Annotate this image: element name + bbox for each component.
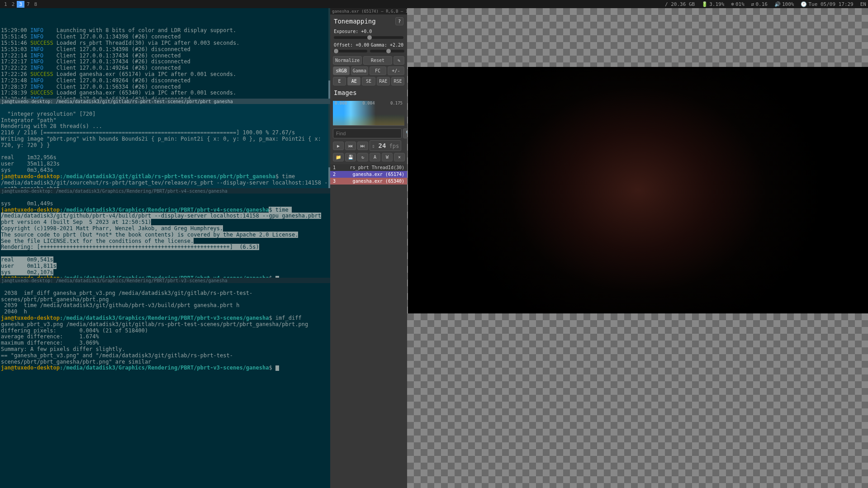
workspace-tabs: 1 2 3 7 8	[2, 1, 39, 8]
eyedropper-button[interactable]: ✎	[394, 56, 404, 65]
disk-status: / 20.36 GB	[665, 1, 695, 7]
e-button[interactable]: E	[333, 77, 346, 85]
exposure-label: Exposure: +0.0	[330, 28, 407, 35]
term3-prompt-path: :/media/datadisk3/Graphics/Rendering/PBR…	[60, 207, 269, 213]
gamma-slider[interactable]	[370, 50, 404, 52]
se-button[interactable]: SE	[362, 77, 375, 85]
term4-prompt-path: :/media/datadisk3/Graphics/Rendering/PBR…	[60, 315, 269, 321]
net-status: ⇄ 0.16	[751, 1, 768, 7]
term2-prompt-user: jan@tuxedo-desktop	[1, 173, 60, 180]
save-button[interactable]: 💾	[345, 153, 356, 161]
fan-status: ❄ 01%	[731, 1, 745, 7]
term4-prompt2-path: :/media/datadisk3/Graphics/Rendering/PBR…	[60, 365, 269, 371]
terminal-pbrt-v4[interactable]: sys 0m1,449s jan@tuxedo-desktop:/media/d…	[0, 194, 330, 278]
term3-prompt2-path: :/media/datadisk3/Graphics/Rendering/PBR…	[60, 275, 269, 278]
folder-button[interactable]: 📁	[333, 153, 344, 161]
image-list: 1 rs_pbrt ThreadId(30) 2 ganesha.exr (65…	[330, 164, 407, 185]
term4-prompt-user: jan@tuxedo-desktop	[1, 315, 60, 321]
top-bar: 1 2 3 7 8 / 20.36 GB 🔋 3.19% ❄ 01% ⇄ 0.1…	[0, 0, 868, 8]
image-item-3[interactable]: 3 ganesha.exr (65340)	[330, 178, 407, 185]
top-bar-status: / 20.36 GB 🔋 3.19% ❄ 01% ⇄ 0.16 🔊 100% 🕐…	[665, 1, 866, 7]
battery-status: 🔋 3.19%	[702, 1, 724, 7]
next-button[interactable]: ⏭	[357, 142, 368, 150]
terminal-rs-pbrt[interactable]: "integer yresolution" [720] Integrator "…	[0, 104, 330, 188]
tonemapping-title: Tonemapping ?	[330, 14, 407, 28]
play-button[interactable]: ▶	[333, 142, 344, 150]
images-title: Images	[330, 86, 407, 99]
terminal-pbrt-v3[interactable]: 2038 imf_diff ganesha_pbrt_v3.png /media…	[0, 283, 330, 488]
fps-display[interactable]: ⇕ 24 fps	[370, 140, 401, 151]
term2-output: "integer yresolution" [720] Integrator "…	[1, 111, 324, 173]
offset-gamma-labels: Offset: +0.00Gamma: +2.20	[330, 42, 407, 48]
image-item-1[interactable]: 1 rs_pbrt ThreadId(30)	[330, 164, 407, 171]
find-input[interactable]	[333, 128, 402, 138]
clock: 🕐 Tue 05/09 17:29	[801, 1, 853, 7]
w-button[interactable]: W	[382, 153, 393, 161]
term4-prompt2-user: jan@tuxedo-desktop	[1, 365, 60, 371]
srgb-button[interactable]: sRGB	[333, 66, 350, 75]
rse-button[interactable]: RSE	[391, 77, 404, 85]
term3-prompt2-user: jan@tuxedo-desktop	[1, 275, 60, 278]
histogram[interactable]: 0.000 0.004 0.175	[333, 101, 404, 126]
exposure-slider[interactable]	[334, 36, 403, 39]
term2-prompt-path: :/media/datadisk3/git/gitlab/rs-pbrt-tes…	[60, 173, 275, 180]
help-button[interactable]: ?	[395, 17, 403, 25]
term3-prompt-user: jan@tuxedo-desktop	[1, 207, 60, 213]
term4-output: differing pixels: 0.004% (21 of 518400) …	[1, 327, 233, 365]
image-viewer[interactable]	[407, 8, 868, 488]
term3-title: jan@tuxedo-desktop: /media/datadisk3/Gra…	[0, 188, 330, 194]
term4-history: 2038 imf_diff ganesha_pbrt_v3.png /media…	[1, 290, 252, 315]
terminal-stack: 15:29:00 INFO Launching with 8 bits of c…	[0, 8, 330, 488]
ws-8[interactable]: 8	[32, 1, 40, 8]
prev-button[interactable]: ⏮	[345, 142, 356, 150]
cursor	[275, 276, 279, 278]
lang-indicator[interactable]: EN	[860, 1, 866, 7]
ae-button[interactable]: AE	[347, 77, 360, 85]
pm-button[interactable]: +/-	[388, 66, 404, 75]
offset-slider[interactable]	[333, 50, 367, 52]
ws-3[interactable]: 3	[17, 1, 24, 8]
fc-button[interactable]: FC	[370, 66, 386, 75]
reload-button[interactable]: ↻	[357, 153, 368, 161]
volume-status: 🔊 100%	[774, 1, 794, 7]
ws-2[interactable]: 2	[9, 1, 17, 8]
gamma-button[interactable]: Gamma	[351, 66, 368, 75]
close-button[interactable]: ×	[394, 153, 405, 161]
ws-7[interactable]: 7	[24, 1, 32, 8]
image-item-2[interactable]: 2 ganesha.exr (65174)	[330, 171, 407, 178]
term3-selected: $ time /media/datadisk3/git/github/pbrt-…	[1, 207, 321, 275]
tev-sidebar: ganesha.exr (65174) – R,G,B – 100% – @-2…	[330, 8, 407, 488]
normalize-button[interactable]: Normalize	[333, 56, 362, 65]
term3-top: sys 0m1,449s	[1, 200, 53, 207]
terminal-tev-log[interactable]: 15:29:00 INFO Launching with 8 bits of c…	[0, 8, 330, 99]
reset-button[interactable]: Reset	[363, 56, 392, 65]
rae-button[interactable]: RAE	[377, 77, 390, 85]
ws-1[interactable]: 1	[2, 1, 9, 8]
a-button[interactable]: A	[370, 153, 380, 161]
cursor	[275, 365, 279, 371]
tev-statusline: ganesha.exr (65174) – R,G,B – 100% – @-2…	[330, 8, 407, 14]
term4-title: jan@tuxedo-desktop: /media/datadisk3/Gra…	[0, 278, 330, 283]
term2-title: jan@tuxedo-desktop: /media/datadisk3/git…	[0, 99, 330, 104]
rendered-image	[408, 67, 868, 313]
